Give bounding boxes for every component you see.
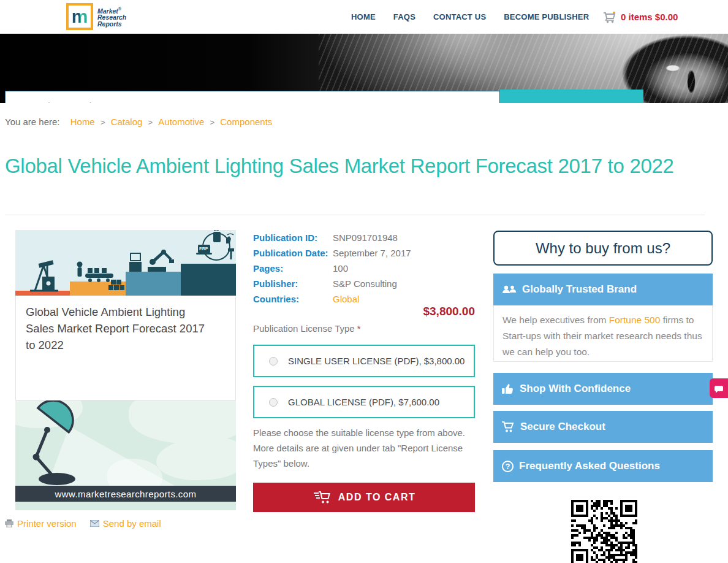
cover-url: www.marketresearchreports.com	[55, 489, 197, 499]
breadcrumb-separator: >	[148, 118, 153, 127]
printer-version-link[interactable]: Printer version	[5, 518, 77, 529]
banner-shop-with-confidence: Shop With Confidence	[493, 373, 713, 405]
add-to-cart-icon	[313, 491, 331, 504]
send-by-email-link[interactable]: Send by email	[90, 518, 161, 529]
countries-global-link[interactable]: Global	[333, 294, 359, 304]
send-by-email-label: Send by email	[103, 518, 161, 529]
cart-summary[interactable]: 0 items $0.00	[602, 0, 678, 34]
trust-text: We help executives from Fortune 500 firm…	[493, 305, 713, 362]
single-user-license-radio[interactable]	[269, 357, 278, 366]
breadcrumb-separator: >	[210, 118, 215, 127]
license-option-global[interactable]: GLOBAL LICENSE (PDF), $7,600.00	[253, 386, 475, 418]
why-buy-title: Why to buy from us?	[536, 240, 670, 257]
banner-label: Secure Checkout	[520, 421, 605, 433]
detail-row-publication-date: Publication Date: September 7, 2017	[253, 245, 475, 261]
global-license-radio[interactable]	[269, 398, 278, 407]
live-chat-button[interactable]	[710, 378, 728, 398]
breadcrumb: You are here: Home > Catalog > Automotiv…	[5, 117, 275, 127]
question-circle-icon: ?	[502, 461, 514, 472]
license-option-label: GLOBAL LICENSE (PDF), $7,600.00	[288, 397, 439, 407]
add-to-cart-button[interactable]: ADD TO CART	[253, 483, 475, 512]
cover-actions: Printer version Send by email	[5, 518, 161, 529]
detail-value: September 7, 2017	[333, 248, 411, 258]
license-note: Please choose the suitable license type …	[253, 425, 475, 471]
cover-url-bar: www.marketresearchreports.com	[15, 486, 236, 502]
add-to-cart-label: ADD TO CART	[338, 492, 415, 503]
detail-label: Countries:	[253, 294, 333, 304]
site-logo[interactable]: m Market® Research Reports	[66, 3, 126, 30]
printer-version-label: Printer version	[17, 518, 77, 529]
fortune-500-link[interactable]: Fortune 500	[609, 315, 661, 325]
required-asterisk: *	[357, 323, 361, 334]
checkout-cart-icon	[502, 421, 515, 432]
detail-value: S&P Consulting	[333, 278, 397, 289]
search-input[interactable]	[5, 91, 500, 103]
nav-item-home[interactable]: HOME	[351, 12, 376, 21]
detail-value: SNP091701948	[333, 232, 398, 243]
detail-row-pages: Pages: 100	[253, 261, 475, 276]
logo-text: Market® Research Reports	[97, 6, 126, 28]
divider	[5, 215, 705, 215]
industry-steps-illustration-icon: ERP	[15, 230, 236, 296]
cart-count-total: 0 items $0.00	[621, 12, 678, 22]
detail-label: Publication ID:	[253, 232, 333, 243]
banner-secure-checkout: Secure Checkout	[493, 411, 713, 443]
nav-item-faqs[interactable]: FAQS	[393, 12, 415, 21]
banner-faq[interactable]: ? Frequently Asked Questions	[493, 450, 713, 482]
breadcrumb-automotive[interactable]: Automotive	[158, 117, 204, 127]
product-details: Publication ID: SNP091701948 Publication…	[253, 230, 475, 307]
users-icon	[502, 285, 517, 295]
breadcrumb-catalog[interactable]: Catalog	[111, 117, 143, 127]
cover-title: Global Vehicle Ambient Lighting Sales Ma…	[26, 304, 210, 353]
detail-label: Publisher:	[253, 278, 333, 289]
banner-label: Shop With Confidence	[520, 383, 631, 395]
cover-title-area: Global Vehicle Ambient Lighting Sales Ma…	[15, 296, 236, 400]
chat-bubble-icon	[715, 386, 723, 391]
breadcrumb-separator: >	[100, 118, 105, 127]
cover-illustration: ERP	[15, 230, 236, 296]
breadcrumb-components[interactable]: Components	[220, 117, 272, 127]
qr-code-image	[571, 500, 637, 563]
page: m Market® Research Reports HOME FAQS CON…	[0, 0, 728, 563]
hero-banner-image: SEARCH	[0, 34, 728, 103]
thumbs-up-icon	[502, 383, 514, 394]
license-label-text: Publication License Type	[253, 323, 357, 334]
logo-word-reports: Reports	[97, 21, 126, 28]
page-title: Global Vehicle Ambient Lighting Sales Ma…	[5, 151, 707, 180]
detail-value: 100	[333, 263, 348, 274]
cover-map-foot	[15, 502, 236, 510]
banner-label: Globally Trusted Brand	[522, 283, 637, 296]
price: $3,800.00	[423, 305, 475, 318]
report-cover-image: ERP Global Vehicle Ambient Lighting Sale…	[15, 230, 236, 510]
registered-mark: ®	[118, 7, 121, 11]
why-buy-box: Why to buy from us?	[493, 231, 713, 266]
main-nav: HOME FAQS CONTACT US BECOME PUBLISHER	[351, 0, 589, 34]
detail-row-publisher: Publisher: S&P Consulting	[253, 276, 475, 291]
license-option-label: SINGLE USER LICENSE (PDF), $3,800.00	[288, 356, 464, 366]
breadcrumb-home[interactable]: Home	[70, 117, 95, 127]
detail-label: Pages:	[253, 263, 333, 274]
cover-map-area	[15, 400, 236, 486]
trust-text-before: We help executives from	[502, 315, 609, 325]
printer-icon	[5, 519, 13, 527]
banner-globally-trusted: Globally Trusted Brand	[493, 274, 713, 305]
qr-code	[571, 500, 637, 563]
search-button[interactable]: SEARCH	[500, 90, 643, 103]
desk-lamp-icon	[15, 400, 236, 486]
detail-label: Publication Date:	[253, 248, 333, 258]
license-type-label: Publication License Type *	[253, 323, 361, 334]
erp-label: ERP	[199, 247, 208, 251]
nav-item-contact-us[interactable]: CONTACT US	[433, 12, 486, 21]
header: m Market® Research Reports HOME FAQS CON…	[0, 0, 728, 34]
email-icon	[90, 520, 99, 527]
cart-icon	[602, 11, 617, 23]
logo-m-icon: m	[66, 3, 93, 30]
nav-item-become-publisher[interactable]: BECOME PUBLISHER	[504, 12, 589, 21]
detail-row-publication-id: Publication ID: SNP091701948	[253, 230, 475, 245]
license-option-single-user[interactable]: SINGLE USER LICENSE (PDF), $3,800.00	[253, 345, 475, 377]
banner-label: Frequently Asked Questions	[519, 460, 660, 472]
breadcrumb-prefix: You are here:	[5, 117, 60, 127]
